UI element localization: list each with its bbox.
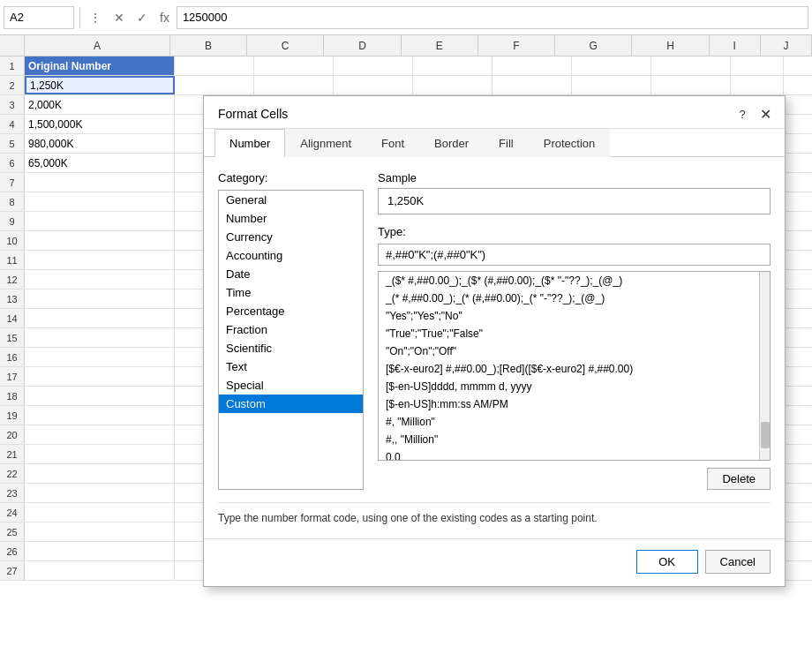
confirm-formula-icon[interactable]: ✓ xyxy=(133,9,151,26)
cell[interactable] xyxy=(784,484,812,502)
cell[interactable] xyxy=(784,173,812,192)
cancel-formula-icon[interactable]: ✕ xyxy=(110,9,128,26)
category-item[interactable]: Custom xyxy=(219,395,363,413)
category-item[interactable]: Time xyxy=(219,283,363,302)
cell[interactable] xyxy=(784,115,812,133)
more-icon[interactable]: ⋮ xyxy=(86,9,105,26)
category-item[interactable]: Scientific xyxy=(219,339,363,357)
cell[interactable] xyxy=(25,522,175,541)
cell[interactable] xyxy=(25,484,175,502)
table-row[interactable]: 1Original Number xyxy=(0,56,812,76)
type-list-item[interactable]: _($* #,##0.00_);_($* (#,##0.00);_($* "-"… xyxy=(379,272,770,289)
cell[interactable]: 1,250K xyxy=(25,76,175,94)
cell[interactable] xyxy=(731,76,784,94)
cell[interactable] xyxy=(784,367,812,386)
cell[interactable] xyxy=(784,212,812,230)
cell[interactable] xyxy=(784,134,812,153)
tab-border[interactable]: Border xyxy=(419,129,484,157)
formula-input[interactable] xyxy=(177,6,808,29)
cell[interactable] xyxy=(784,309,812,327)
type-list-item[interactable]: "True";"True";"False" xyxy=(379,325,770,342)
cell[interactable] xyxy=(784,192,812,211)
cell[interactable] xyxy=(25,270,175,289)
cell[interactable] xyxy=(25,309,175,327)
tab-font[interactable]: Font xyxy=(366,129,419,157)
cell[interactable] xyxy=(492,56,572,75)
cell[interactable]: 980,000K xyxy=(25,134,175,153)
cell[interactable] xyxy=(784,503,812,522)
cancel-button[interactable]: Cancel xyxy=(705,550,771,574)
cell[interactable] xyxy=(25,328,175,347)
cell[interactable] xyxy=(334,56,413,75)
col-header-i[interactable]: I xyxy=(710,35,761,56)
cell[interactable] xyxy=(784,542,812,560)
cell[interactable] xyxy=(784,328,812,347)
cell[interactable] xyxy=(784,561,812,580)
cell[interactable] xyxy=(25,464,175,483)
cell[interactable] xyxy=(784,289,812,308)
cell[interactable] xyxy=(784,406,812,425)
cell[interactable] xyxy=(334,76,413,94)
col-header-b[interactable]: B xyxy=(170,35,247,56)
cell[interactable] xyxy=(784,56,812,75)
cell[interactable] xyxy=(784,154,812,172)
tab-fill[interactable]: Fill xyxy=(484,129,529,157)
cell[interactable] xyxy=(25,425,175,444)
cell-reference-box[interactable]: A2 xyxy=(4,6,74,29)
cell[interactable] xyxy=(25,503,175,522)
delete-button[interactable]: Delete xyxy=(707,468,771,490)
dialog-help-button[interactable]: ? xyxy=(733,105,751,123)
cell[interactable] xyxy=(25,561,175,580)
type-list-item[interactable]: _(* #,##0.00_);_(* (#,##0.00);_(* "-"??_… xyxy=(379,289,770,307)
cell[interactable] xyxy=(784,251,812,269)
cell[interactable] xyxy=(731,56,784,75)
cell[interactable] xyxy=(784,522,812,541)
cell[interactable] xyxy=(784,445,812,463)
ok-button[interactable]: OK xyxy=(636,550,698,574)
cell[interactable] xyxy=(254,76,334,94)
dialog-close-button[interactable]: ✕ xyxy=(756,105,774,123)
category-item[interactable]: Currency xyxy=(219,228,363,246)
cell[interactable] xyxy=(784,464,812,483)
category-item[interactable]: Date xyxy=(219,265,363,283)
cell[interactable] xyxy=(572,56,651,75)
cell[interactable] xyxy=(25,289,175,308)
cell[interactable] xyxy=(413,76,492,94)
type-list-item[interactable]: 0.0 xyxy=(379,448,770,461)
category-item[interactable]: Percentage xyxy=(219,302,363,320)
col-header-c[interactable]: C xyxy=(247,35,324,56)
category-item[interactable]: Number xyxy=(219,209,363,228)
cell[interactable] xyxy=(25,212,175,230)
category-list-container[interactable]: GeneralNumberCurrencyAccountingDateTimeP… xyxy=(218,190,364,490)
cell[interactable] xyxy=(25,387,175,405)
type-list-item[interactable]: "On";"On";"Off" xyxy=(379,342,770,360)
cell[interactable] xyxy=(25,192,175,211)
col-header-j[interactable]: J xyxy=(761,35,812,56)
col-header-d[interactable]: D xyxy=(324,35,401,56)
cell[interactable] xyxy=(413,56,492,75)
type-list-item[interactable]: [$-en-US]dddd, mmmm d, yyyy xyxy=(379,378,770,395)
cell[interactable]: Original Number xyxy=(25,56,175,75)
type-list-item[interactable]: #,, "Million" xyxy=(379,431,770,448)
col-header-f[interactable]: F xyxy=(478,35,555,56)
col-header-a[interactable]: A xyxy=(25,35,170,56)
col-header-g[interactable]: G xyxy=(555,35,632,56)
cell[interactable] xyxy=(25,406,175,425)
category-item[interactable]: Accounting xyxy=(219,246,363,265)
cell[interactable] xyxy=(25,348,175,366)
tab-protection[interactable]: Protection xyxy=(529,129,611,157)
cell[interactable] xyxy=(784,76,812,94)
cell[interactable]: 2,000K xyxy=(25,95,175,114)
type-list-container[interactable]: _($* #,##0.00_);_($* (#,##0.00);_($* "-"… xyxy=(378,271,771,461)
category-item[interactable]: General xyxy=(219,191,363,209)
type-list-item[interactable]: [$€-x-euro2] #,##0.00_);[Red]([$€-x-euro… xyxy=(379,360,770,378)
type-list-item[interactable]: [$-en-US]h:mm:ss AM/PM xyxy=(379,395,770,413)
cell[interactable] xyxy=(25,251,175,269)
table-row[interactable]: 21,250K xyxy=(0,76,812,95)
col-header-e[interactable]: E xyxy=(402,35,478,56)
cell[interactable] xyxy=(254,56,334,75)
type-list-item[interactable]: "Yes";"Yes";"No" xyxy=(379,307,770,325)
cell[interactable] xyxy=(572,76,651,94)
cell[interactable] xyxy=(784,231,812,250)
cell[interactable] xyxy=(784,270,812,289)
